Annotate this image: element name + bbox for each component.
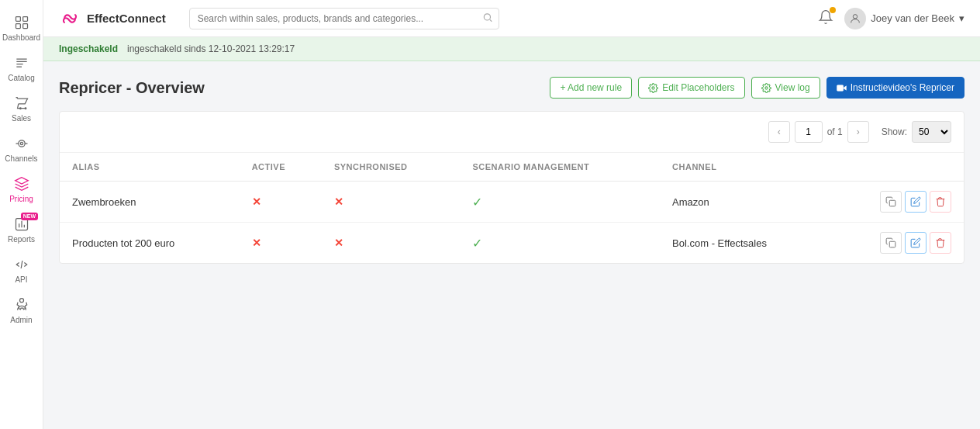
user-menu[interactable]: Joey van der Beek ▾	[844, 8, 964, 29]
sidebar-item-api[interactable]: API	[0, 248, 43, 289]
add-rule-button[interactable]: + Add new rule	[550, 77, 632, 99]
delete-button[interactable]	[930, 191, 951, 213]
col-alias: ALIAS	[60, 153, 240, 182]
pagination-prev-button[interactable]: ‹	[768, 121, 790, 143]
sidebar-item-label: Sales	[12, 114, 31, 123]
sidebar-item-sales[interactable]: Sales	[0, 87, 43, 127]
svg-point-6	[484, 13, 490, 19]
page-title: Repricer - Overview	[59, 79, 205, 97]
svg-rect-13	[889, 241, 895, 247]
topbar-right: Joey van der Beek ▾	[818, 8, 964, 29]
user-chevron-icon: ▾	[959, 12, 964, 24]
sidebar-item-label: Catalog	[8, 74, 34, 82]
new-badge: NEW	[21, 213, 38, 220]
catalog-icon	[13, 54, 30, 71]
delete-button[interactable]	[930, 232, 951, 254]
svg-rect-2	[16, 24, 20, 29]
show-label: Show:	[882, 126, 907, 137]
table-row: Producten tot 200 euro ✕ ✕ ✓ Bol.com - E…	[60, 223, 964, 264]
svg-point-9	[764, 86, 767, 88]
svg-marker-10	[843, 85, 846, 89]
col-synchronised: SYNCHRONISED	[322, 153, 461, 182]
sales-icon	[13, 95, 30, 112]
cell-actions	[828, 223, 964, 264]
svg-rect-11	[837, 85, 843, 91]
sidebar-item-label: Dashboard	[2, 33, 40, 42]
sidebar-item-dashboard[interactable]: Dashboard	[0, 6, 43, 47]
cell-alias: Producten tot 200 euro	[60, 223, 240, 264]
sidebar-item-pricing[interactable]: Pricing	[0, 168, 43, 208]
view-log-button[interactable]: View log	[751, 77, 820, 99]
status-bar: Ingeschakeld ingeschakeld sinds 12-10-20…	[43, 37, 980, 61]
sidebar-item-label: Pricing	[9, 195, 33, 203]
pagination-next-button[interactable]: ›	[847, 121, 869, 143]
api-icon	[13, 256, 30, 273]
sidebar-item-label: Channels	[5, 154, 37, 163]
cell-channel: Amazon	[660, 182, 828, 223]
logo-text: EffectConnect	[87, 12, 166, 25]
cell-channel: Bol.com - Effectsales	[660, 223, 828, 264]
header-buttons: + Add new rule Edit Placeholders View lo…	[550, 77, 964, 99]
sidebar-item-reports[interactable]: NEW Reports	[0, 208, 43, 248]
cell-synchronised: ✕	[322, 223, 461, 264]
logo: EffectConnect	[59, 12, 166, 25]
topbar: EffectConnect	[43, 0, 980, 37]
search-box	[189, 8, 499, 29]
edit-button[interactable]	[905, 232, 927, 254]
copy-button[interactable]	[880, 191, 902, 213]
admin-icon	[13, 296, 30, 313]
pagination-row: ‹ of 1 › Show: 50 10 25 100	[60, 112, 964, 153]
svg-point-8	[652, 86, 654, 88]
show-select[interactable]: 50 10 25 100	[912, 121, 951, 143]
svg-point-4	[20, 142, 22, 144]
content-area: Repricer - Overview + Add new rule Edit …	[43, 61, 980, 429]
notifications-button[interactable]	[818, 9, 833, 27]
sidebar-item-channels[interactable]: Channels	[0, 127, 43, 168]
copy-button[interactable]	[880, 232, 902, 254]
rules-table: ALIAS ACTIVE SYNCHRONISED SCENARIO MANAG…	[60, 153, 964, 263]
cell-active: ✕	[240, 223, 322, 264]
col-channel: CHANNEL	[660, 153, 828, 182]
notification-dot	[830, 7, 836, 13]
sidebar-item-label: Admin	[10, 316, 32, 324]
user-name: Joey van der Beek	[871, 12, 954, 24]
edit-button[interactable]	[905, 191, 927, 213]
search-input[interactable]	[189, 8, 499, 29]
svg-point-7	[854, 14, 858, 18]
col-scenario: SCENARIO MANAGEMENT	[460, 153, 660, 182]
search-icon	[482, 12, 493, 25]
sidebar-item-label: API	[15, 275, 27, 284]
col-active: ACTIVE	[240, 153, 322, 182]
cell-active: ✕	[240, 182, 322, 223]
svg-rect-1	[22, 17, 27, 22]
sidebar-item-label: Reports	[8, 235, 35, 244]
dashboard-icon	[13, 14, 30, 31]
cell-synchronised: ✕	[322, 182, 461, 223]
page-header: Repricer - Overview + Add new rule Edit …	[59, 77, 964, 99]
svg-rect-12	[889, 200, 895, 206]
sidebar-item-admin[interactable]: Admin	[0, 289, 43, 329]
sidebar: Dashboard Catalog Sales Channels	[0, 0, 43, 429]
cell-actions	[828, 182, 964, 223]
channels-icon	[13, 135, 30, 152]
avatar	[844, 8, 866, 29]
cell-alias: Zwembroeken	[60, 182, 240, 223]
cell-scenario: ✓	[460, 223, 660, 264]
pagination-current-page[interactable]	[795, 121, 823, 143]
status-label: Ingeschakeld	[59, 43, 118, 54]
main-content: EffectConnect	[43, 0, 980, 429]
sidebar-item-catalog[interactable]: Catalog	[0, 47, 43, 87]
table-row: Zwembroeken ✕ ✕ ✓ Amazon	[60, 182, 964, 223]
svg-rect-3	[22, 24, 27, 29]
col-actions	[828, 153, 964, 182]
instructie-videos-button[interactable]: Instructievideo's Repricer	[826, 77, 964, 99]
pagination-total: of 1	[827, 126, 843, 137]
edit-placeholders-button[interactable]: Edit Placeholders	[638, 77, 744, 99]
table-card: ‹ of 1 › Show: 50 10 25 100 ALIAS ACTIVE	[59, 111, 964, 264]
status-description: ingeschakeld sinds 12-10-2021 13:29:17	[127, 43, 295, 54]
svg-rect-0	[16, 17, 20, 22]
pricing-icon	[13, 175, 30, 192]
cell-scenario: ✓	[460, 182, 660, 223]
